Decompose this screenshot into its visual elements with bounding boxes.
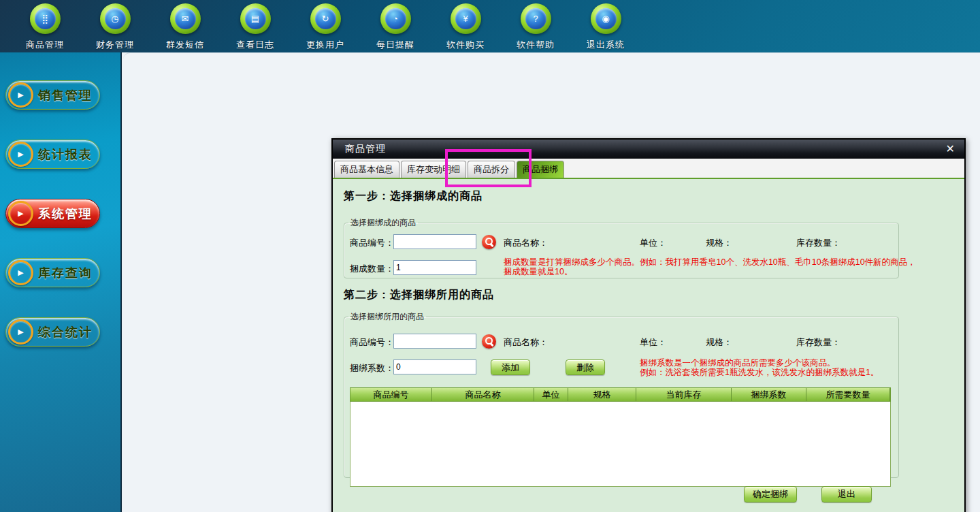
step1-heading: 第一步：选择捆绑成的商品 <box>344 189 483 204</box>
toolbar-item[interactable]: ◷ 财务管理 <box>81 3 149 51</box>
toolbar-icon: ✉ <box>170 3 201 34</box>
step1-group-label: 选择捆绑成的商品 <box>348 217 418 229</box>
toolbar-item[interactable]: ◉ 退出系统 <box>572 3 640 51</box>
table-column-header: 当前库存 <box>636 388 732 401</box>
confirm-bundle-button[interactable]: 确定捆绑 <box>744 486 797 502</box>
close-icon[interactable]: ✕ <box>943 144 958 155</box>
bundle-coef-input[interactable] <box>393 359 476 374</box>
search-icon[interactable] <box>482 334 496 349</box>
dialog-tabs: 商品基本信息库存变动明细商品拆分商品捆绑 <box>333 159 964 179</box>
stock-label: 库存数量： <box>796 336 840 349</box>
product-code-label: 商品编号： <box>350 237 394 249</box>
toolbar-item[interactable]: ⣿ 商品管理 <box>11 3 79 51</box>
spec-label: 规格： <box>706 336 732 349</box>
table-header-row: 商品编号商品名称单位规格当前库存捆绑系数所需要数量 <box>350 387 891 402</box>
top-toolbar: ⣿ 商品管理 ◷ 财务管理 ✉ 群发短信 ▤ 查看日志 ↻ 更换用户 <box>0 0 980 52</box>
toolbar-item[interactable]: ? 软件帮助 <box>502 3 570 51</box>
dialog-tab[interactable]: 商品基本信息 <box>334 161 399 178</box>
product-name-label: 商品名称： <box>504 336 548 349</box>
bundle-tab-panel: 第一步：选择捆绑成的商品 选择捆绑成的商品 商品编号： 商品名称： 单位： 规格… <box>333 179 964 512</box>
step2-product-code-input[interactable] <box>393 334 476 349</box>
sidebar-button[interactable]: ▶ 库存查询 <box>5 258 100 287</box>
delete-button[interactable]: 删除 <box>566 359 605 375</box>
dialog-tab[interactable]: 商品捆绑 <box>517 161 564 178</box>
sidebar-button[interactable]: ▶ 综合统计 <box>5 317 100 347</box>
spec-label: 规格： <box>706 237 732 249</box>
add-button[interactable]: 添加 <box>491 359 530 375</box>
dialog-title: 商品管理 <box>345 143 943 155</box>
product-management-dialog: 商品管理 ✕ 商品基本信息库存变动明细商品拆分商品捆绑 第一步：选择捆绑成的商品… <box>331 138 966 512</box>
dialog-tab[interactable]: 库存变动明细 <box>401 161 466 178</box>
product-code-label: 商品编号： <box>350 336 394 349</box>
arrow-badge-icon: ▶ <box>8 260 33 285</box>
table-column-header: 规格 <box>568 388 636 401</box>
toolbar-item[interactable]: ▤ 查看日志 <box>221 3 289 51</box>
sidebar-button[interactable]: ▶ 销售管理 <box>5 80 100 110</box>
toolbar-icon: ⣿ <box>30 3 61 34</box>
sidebar: ▶ 销售管理 ▶ 统计报表 ▶ 系统管理 ▶ 库存查询 ▶ 综合统计 <box>0 52 122 512</box>
dialog-tab[interactable]: 商品拆分 <box>468 161 515 178</box>
product-name-label: 商品名称： <box>504 237 548 249</box>
unit-label: 单位： <box>640 336 666 349</box>
toolbar-icon: ↻ <box>310 3 341 34</box>
table-column-header: 商品编号 <box>350 388 432 401</box>
unit-label: 单位： <box>640 237 666 249</box>
toolbar-icon: ¥ <box>451 3 481 34</box>
step2-help-text: 捆绑系数是一个捆绑成的商品所需要多少个该商品。 例如：洗浴套装所需要1瓶洗发水，… <box>640 358 879 377</box>
step2-heading: 第二步：选择捆绑所用的商品 <box>344 288 494 302</box>
toolbar-icon: ◷ <box>100 3 131 34</box>
sidebar-button[interactable]: ▶ 系统管理 <box>5 199 100 228</box>
table-column-header: 所需要数量 <box>806 388 890 401</box>
sidebar-button[interactable]: ▶ 统计报表 <box>5 140 100 169</box>
toolbar-item[interactable]: ◔ 每日提醒 <box>361 3 429 51</box>
bundle-items-table: 商品编号商品名称单位规格当前库存捆绑系数所需要数量 <box>350 387 891 487</box>
toolbar-icon: ◉ <box>591 3 621 34</box>
table-column-header: 单位 <box>534 388 568 401</box>
dialog-titlebar[interactable]: 商品管理 ✕ <box>333 140 964 159</box>
toolbar-icon: ▤ <box>240 3 271 34</box>
toolbar-item[interactable]: ↻ 更换用户 <box>291 3 359 51</box>
arrow-badge-icon: ▶ <box>8 142 33 167</box>
step2-group: 选择捆绑所用的商品 商品编号： 商品名称： 单位： 规格： 库存数量： 捆绑系数… <box>344 311 899 478</box>
exit-button[interactable]: 退出 <box>821 486 872 502</box>
table-body[interactable] <box>350 402 891 487</box>
toolbar-item[interactable]: ✉ 群发短信 <box>151 3 219 51</box>
step1-group: 选择捆绑成的商品 商品编号： 商品名称： 单位： 规格： 库存数量： 捆成数量：… <box>344 217 899 278</box>
toolbar-item[interactable]: ¥ 软件购买 <box>431 3 500 51</box>
step1-help-text: 捆成数量是打算捆绑成多少个商品。例如：我打算用香皂10个、洗发水10瓶、毛巾10… <box>504 257 916 276</box>
search-icon[interactable] <box>482 235 496 249</box>
stock-label: 库存数量： <box>796 237 840 249</box>
bundle-qty-input[interactable] <box>393 260 476 275</box>
bundle-qty-label: 捆成数量： <box>350 263 394 275</box>
table-column-header: 商品名称 <box>432 388 534 401</box>
toolbar-icon: ◔ <box>380 3 411 34</box>
table-column-header: 捆绑系数 <box>732 388 806 401</box>
arrow-badge-icon: ▶ <box>8 319 33 345</box>
arrow-badge-icon: ▶ <box>8 82 33 108</box>
step1-product-code-input[interactable] <box>393 234 476 249</box>
toolbar-icon: ? <box>521 3 551 34</box>
step2-group-label: 选择捆绑所用的商品 <box>348 311 426 323</box>
bundle-coef-label: 捆绑系数： <box>350 362 394 374</box>
arrow-badge-icon: ▶ <box>8 201 33 226</box>
